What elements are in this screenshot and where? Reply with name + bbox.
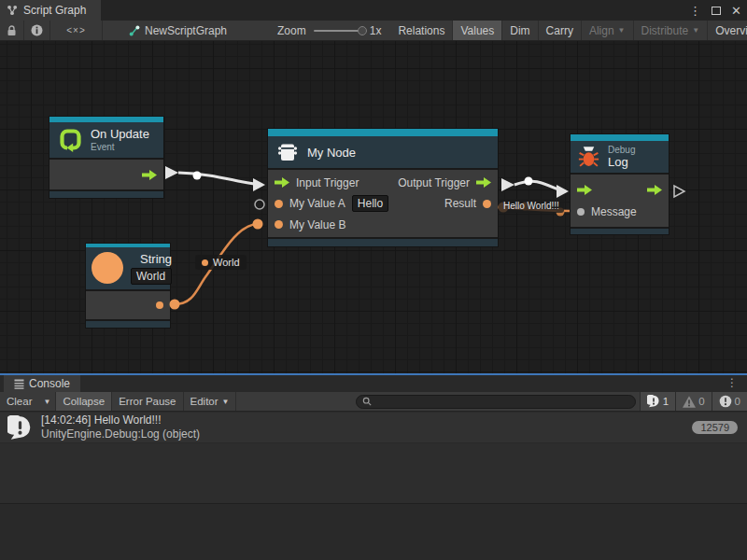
- string-value-field[interactable]: World: [131, 268, 172, 285]
- port-my-value-b[interactable]: [275, 220, 283, 229]
- distribute-dropdown[interactable]: Distribute▼: [634, 21, 709, 40]
- node-footer: [571, 227, 669, 234]
- console-detail-pane: [0, 504, 747, 560]
- graph-canvas[interactable]: On Update Event My Node: [0, 41, 747, 373]
- console-search[interactable]: [356, 395, 636, 409]
- overview-button[interactable]: Overview: [708, 21, 747, 40]
- port-label: Output Trigger: [398, 176, 470, 189]
- window-menu-button[interactable]: ⋮: [689, 4, 701, 18]
- console-log-list[interactable]: [14:02:46] Hello World!!! UnityEngine.De…: [0, 413, 747, 503]
- port-output-trigger[interactable]: [476, 177, 491, 188]
- values-label: Values: [460, 24, 494, 37]
- lock-icon: [7, 25, 17, 36]
- error-icon: [719, 395, 732, 408]
- node-footer: [49, 189, 163, 198]
- port-input-trigger[interactable]: [275, 177, 289, 188]
- wire-endpoint: [170, 300, 180, 310]
- warning-count-toggle[interactable]: 0: [675, 392, 711, 411]
- zoom-value: 1x: [370, 24, 382, 37]
- value-bubble-label: World: [213, 257, 240, 268]
- warning-icon: [683, 396, 696, 408]
- log-line-1: [14:02:46] Hello World!!!: [41, 413, 200, 427]
- edit-code-button[interactable]: <×>: [50, 21, 103, 40]
- node-title: My Node: [307, 146, 356, 160]
- wire-pulse-dot: [525, 177, 533, 186]
- editor-label: Editor: [190, 396, 218, 407]
- info-button[interactable]: [24, 21, 50, 40]
- zoom-label: Zoom: [277, 24, 306, 37]
- port-string-out[interactable]: [156, 301, 163, 309]
- collapse-label: Collapse: [63, 396, 105, 407]
- chevron-down-icon: ▼: [692, 26, 699, 35]
- clear-dropdown[interactable]: ▼: [38, 392, 56, 411]
- dim-button[interactable]: Dim: [502, 21, 538, 40]
- value-bubble-label: Hello World!!!: [503, 201, 559, 211]
- tab-script-graph[interactable]: Script Graph: [0, 0, 101, 21]
- values-button[interactable]: Values: [453, 21, 502, 40]
- port-result[interactable]: [483, 200, 491, 208]
- graph-name: NewScriptGraph: [145, 24, 227, 37]
- bug-icon: [577, 146, 600, 169]
- port-message[interactable]: [577, 208, 585, 216]
- port-my-value-a[interactable]: [275, 200, 283, 208]
- console-menu-button[interactable]: ⋮: [726, 376, 738, 389]
- collapse-count-badge: 12579: [692, 421, 738, 434]
- carry-button[interactable]: Carry: [539, 21, 582, 40]
- editor-dropdown[interactable]: Editor▼: [184, 392, 237, 411]
- exec-wire: [178, 173, 260, 185]
- node-title: On Update: [91, 127, 149, 141]
- carry-label: Carry: [546, 24, 573, 37]
- on-update-loop-icon: [58, 127, 83, 152]
- collapse-toggle[interactable]: Collapse: [56, 392, 112, 411]
- node-footer: [268, 237, 498, 246]
- info-count-toggle[interactable]: 1: [640, 392, 675, 411]
- port-debug-in[interactable]: [577, 185, 592, 195]
- zoom-slider-handle[interactable]: [358, 26, 367, 35]
- value-bubble-world: World: [195, 255, 247, 270]
- console-toolbar: Clear ▼ Collapse Error Pause Editor▼ 1 0…: [0, 392, 747, 412]
- clear-button[interactable]: Clear: [0, 392, 38, 411]
- graph-breadcrumb[interactable]: NewScriptGraph: [120, 21, 236, 40]
- node-title: String: [140, 252, 172, 266]
- relations-button[interactable]: Relations: [390, 21, 453, 40]
- node-on-update[interactable]: On Update Event: [49, 117, 163, 198]
- port-label: My Value A: [289, 197, 345, 210]
- chevron-down-icon: ▼: [222, 398, 230, 406]
- align-dropdown[interactable]: Align▼: [582, 21, 634, 40]
- node-debug-log[interactable]: Debug Log Message: [571, 134, 669, 234]
- port-label: Input Trigger: [296, 176, 359, 189]
- window-titlebar: Script Graph ⋮ ✕: [0, 0, 747, 21]
- log-line-2: UnityEngine.Debug:Log (object): [41, 427, 200, 441]
- search-input[interactable]: [376, 396, 629, 407]
- wire-endpoint: [253, 219, 263, 230]
- my-value-a-field[interactable]: Hello: [352, 195, 388, 212]
- node-accent-bar: [268, 129, 498, 136]
- graph-asset-icon: [129, 25, 140, 36]
- lock-button[interactable]: [0, 21, 24, 40]
- port-label: Result: [444, 197, 476, 210]
- port-debug-out[interactable]: [647, 185, 662, 195]
- port-on-update-out[interactable]: [142, 170, 157, 180]
- continue-arrow-outline: [674, 186, 684, 197]
- error-pause-toggle[interactable]: Error Pause: [112, 392, 183, 411]
- node-footer: [86, 319, 170, 328]
- tab-script-graph-label: Script Graph: [23, 4, 86, 17]
- error-count-toggle[interactable]: 0: [712, 392, 747, 411]
- node-string[interactable]: String World: [86, 244, 170, 328]
- node-title: Log: [608, 155, 635, 169]
- my-node-icon: [275, 140, 300, 164]
- zoom-slider[interactable]: [314, 30, 362, 32]
- value-bubble-hello-world: Hello World!!!: [499, 199, 564, 213]
- string-literal-icon: [92, 252, 123, 284]
- info-icon: [31, 24, 43, 36]
- log-info-bubble-icon: [7, 415, 33, 441]
- maximize-button[interactable]: [712, 7, 721, 15]
- node-accent-bar: [571, 134, 669, 141]
- distribute-label: Distribute: [641, 24, 689, 37]
- dim-label: Dim: [510, 24, 529, 37]
- log-entry[interactable]: [14:02:46] Hello World!!! UnityEngine.De…: [0, 413, 747, 443]
- port-label: Message: [591, 205, 637, 218]
- node-my-node[interactable]: My Node Input Trigger Output Trigger My …: [268, 129, 498, 246]
- close-button[interactable]: ✕: [731, 4, 741, 18]
- tab-console[interactable]: Console: [4, 375, 80, 392]
